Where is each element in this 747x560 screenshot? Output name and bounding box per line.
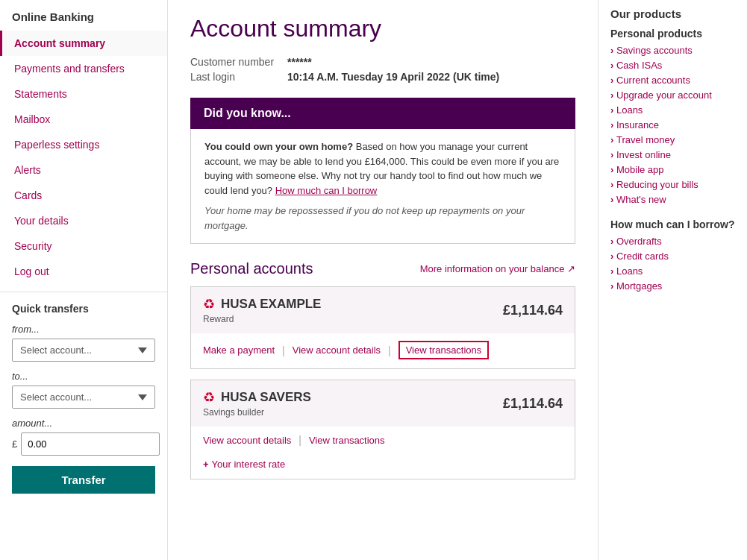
sidebar-item-log-out[interactable]: Log out bbox=[0, 259, 167, 284]
personal-products-heading: Personal products bbox=[610, 28, 735, 40]
from-label: from... bbox=[12, 324, 155, 335]
product-whats-new[interactable]: What's new bbox=[610, 193, 735, 205]
amount-row: £ bbox=[12, 432, 155, 456]
borrow-credit-cards[interactable]: Credit cards bbox=[610, 250, 735, 262]
sidebar-link-statements[interactable]: Statements bbox=[0, 81, 167, 107]
customer-info: Customer number ****** Last login 10:14 … bbox=[190, 54, 575, 84]
sidebar-item-paperless-settings[interactable]: Paperless settings bbox=[0, 132, 167, 157]
sidebar-nav: Account summary Payments and transfers S… bbox=[0, 31, 167, 284]
account-type-1: Reward bbox=[203, 314, 321, 324]
borrow-mortgages[interactable]: Mortgages bbox=[610, 280, 735, 292]
promo-disclaimer: Your home may be repossessed if you do n… bbox=[204, 204, 561, 233]
to-account-select[interactable]: Select account... bbox=[12, 386, 155, 409]
account-name-col-2: ♻ HUSA SAVERS Savings builder bbox=[203, 389, 311, 418]
currency-symbol: £ bbox=[12, 438, 17, 450]
borrow-heading: How much can I borrow? bbox=[610, 218, 735, 230]
promo-bold: You could own your own home? bbox=[204, 141, 353, 152]
sidebar-link-log-out[interactable]: Log out bbox=[0, 259, 167, 284]
link-sep-2: | bbox=[388, 345, 391, 356]
view-account-details-link-2[interactable]: View account details bbox=[203, 435, 291, 446]
sidebar-link-security[interactable]: Security bbox=[0, 233, 167, 259]
personal-accounts-header: Personal accounts More information on yo… bbox=[190, 260, 575, 277]
borrow-overdrafts[interactable]: Overdrafts bbox=[610, 235, 735, 247]
product-upgrade-account[interactable]: Upgrade your account bbox=[610, 89, 735, 101]
sidebar-item-security[interactable]: Security bbox=[0, 233, 167, 259]
account-name-row-1: ♻ HUSA EXAMPLE bbox=[203, 296, 321, 312]
account-card-husa-example: ♻ HUSA EXAMPLE Reward £1,114.64 Make a p… bbox=[190, 286, 575, 369]
account-name-row-2: ♻ HUSA SAVERS bbox=[203, 389, 311, 406]
how-much-borrow-link[interactable]: How much can I borrow bbox=[275, 185, 378, 196]
plus-icon: + bbox=[203, 459, 209, 470]
sidebar-item-statements[interactable]: Statements bbox=[0, 81, 167, 107]
interest-rate-row: +Your interest rate bbox=[191, 455, 575, 479]
sidebar-header: Online Banking bbox=[0, 0, 167, 31]
sidebar-link-cards[interactable]: Cards bbox=[0, 183, 167, 208]
product-mobile-app[interactable]: Mobile app bbox=[610, 163, 735, 175]
sidebar: Online Banking Account summary Payments … bbox=[0, 0, 168, 560]
recycle-icon-1: ♻ bbox=[203, 296, 215, 312]
interest-rate-link[interactable]: +Your interest rate bbox=[203, 459, 285, 470]
borrow-list: Overdrafts Credit cards Loans Mortgages bbox=[610, 235, 735, 292]
product-current-accounts[interactable]: Current accounts bbox=[610, 74, 735, 86]
sidebar-link-your-details[interactable]: Your details bbox=[0, 208, 167, 233]
personal-accounts-title: Personal accounts bbox=[190, 260, 313, 277]
customer-number-value: ****** bbox=[287, 54, 505, 69]
account-name-col: ♻ HUSA EXAMPLE Reward bbox=[203, 296, 321, 324]
recycle-icon-2: ♻ bbox=[203, 389, 215, 406]
product-insurance[interactable]: Insurance bbox=[610, 119, 735, 130]
product-invest-online[interactable]: Invest online bbox=[610, 148, 735, 160]
account-balance-2: £1,114.64 bbox=[503, 396, 563, 412]
more-info-link[interactable]: More information on your balance ↗ bbox=[420, 263, 575, 274]
link-sep-1: | bbox=[282, 345, 285, 356]
view-account-details-link-1[interactable]: View account details bbox=[293, 345, 381, 356]
sidebar-item-payments-transfers[interactable]: Payments and transfers bbox=[0, 56, 167, 81]
borrow-section: How much can I borrow? Overdrafts Credit… bbox=[610, 218, 735, 292]
promo-body: You could own your own home? Based on ho… bbox=[190, 129, 575, 244]
main-content: Account summary Customer number ****** L… bbox=[168, 0, 598, 560]
sidebar-item-account-summary[interactable]: Account summary bbox=[0, 31, 167, 56]
sidebar-item-your-details[interactable]: Your details bbox=[0, 208, 167, 233]
view-transactions-link-2[interactable]: View transactions bbox=[309, 435, 385, 446]
borrow-loans[interactable]: Loans bbox=[610, 265, 735, 277]
make-payment-link[interactable]: Make a payment bbox=[203, 345, 275, 356]
account-card-links-2: View account details | View transactions bbox=[191, 427, 575, 455]
transfer-button[interactable]: Transfer bbox=[12, 466, 155, 494]
sidebar-link-account-summary[interactable]: Account summary bbox=[0, 31, 167, 56]
interest-rate-label: Your interest rate bbox=[212, 459, 286, 470]
promo-banner: Did you know... bbox=[190, 98, 575, 129]
sidebar-link-mailbox[interactable]: Mailbox bbox=[0, 107, 167, 132]
account-card-husa-savers: ♻ HUSA SAVERS Savings builder £1,114.64 … bbox=[190, 380, 575, 479]
amount-input[interactable] bbox=[21, 432, 160, 456]
quick-transfers-title: Quick transfers bbox=[12, 303, 155, 315]
link-sep-3: | bbox=[299, 434, 301, 446]
our-products-title: Our products bbox=[610, 7, 735, 20]
account-balance-1: £1,114.64 bbox=[503, 303, 563, 318]
page-title: Account summary bbox=[190, 15, 575, 43]
account-type-2: Savings builder bbox=[203, 407, 311, 418]
from-account-select[interactable]: Select account... bbox=[12, 339, 155, 362]
product-cash-isas[interactable]: Cash ISAs bbox=[610, 59, 735, 71]
to-label: to... bbox=[12, 371, 155, 382]
sidebar-link-payments-transfers[interactable]: Payments and transfers bbox=[0, 56, 167, 81]
sidebar-item-cards[interactable]: Cards bbox=[0, 183, 167, 208]
account-name-2: HUSA SAVERS bbox=[221, 390, 311, 405]
view-transactions-link-1[interactable]: View transactions bbox=[398, 341, 490, 359]
right-panel: Our products Personal products Savings a… bbox=[598, 0, 747, 560]
quick-transfers-panel: Quick transfers from... Select account..… bbox=[0, 292, 167, 504]
account-name-1: HUSA EXAMPLE bbox=[221, 297, 321, 312]
product-loans[interactable]: Loans bbox=[610, 104, 735, 116]
promo-text: You could own your own home? Based on ho… bbox=[204, 139, 561, 198]
personal-products-list: Savings accounts Cash ISAs Current accou… bbox=[610, 44, 735, 205]
product-reducing-bills[interactable]: Reducing your bills bbox=[610, 178, 735, 190]
account-card-header-1: ♻ HUSA EXAMPLE Reward £1,114.64 bbox=[191, 287, 575, 333]
sidebar-item-alerts[interactable]: Alerts bbox=[0, 157, 167, 183]
sidebar-link-paperless-settings[interactable]: Paperless settings bbox=[0, 132, 167, 157]
last-login-value: 10:14 A.M. Tuesday 19 April 2022 (UK tim… bbox=[287, 69, 505, 84]
account-card-header-2: ♻ HUSA SAVERS Savings builder £1,114.64 bbox=[191, 380, 575, 427]
amount-label: amount... bbox=[12, 418, 155, 429]
sidebar-link-alerts[interactable]: Alerts bbox=[0, 157, 167, 183]
product-travel-money[interactable]: Travel money bbox=[610, 133, 735, 145]
product-savings-accounts[interactable]: Savings accounts bbox=[610, 44, 735, 56]
account-card-links-1: Make a payment | View account details | … bbox=[191, 333, 575, 368]
sidebar-item-mailbox[interactable]: Mailbox bbox=[0, 107, 167, 132]
